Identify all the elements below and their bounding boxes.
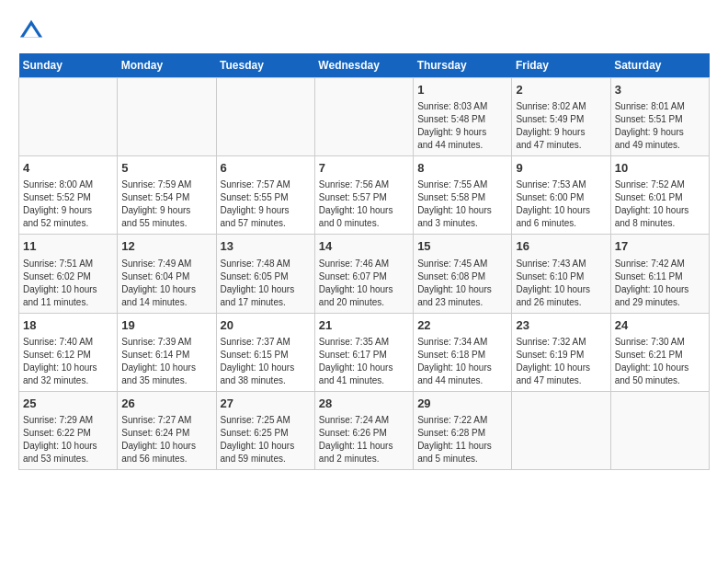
day-info: Sunrise: 8:02 AM Sunset: 5:49 PM Dayligh… xyxy=(516,100,606,152)
day-number: 4 xyxy=(23,160,113,177)
calendar-cell: 17Sunrise: 7:42 AM Sunset: 6:11 PM Dayli… xyxy=(610,235,709,313)
day-number: 3 xyxy=(615,82,705,98)
day-number: 21 xyxy=(319,317,409,334)
day-number: 28 xyxy=(319,396,409,412)
day-header-monday: Monday xyxy=(118,53,216,78)
day-number: 2 xyxy=(516,82,606,98)
day-number: 7 xyxy=(319,160,409,177)
day-number: 15 xyxy=(417,238,507,255)
calendar-cell: 27Sunrise: 7:25 AM Sunset: 6:25 PM Dayli… xyxy=(216,391,314,469)
day-info: Sunrise: 7:30 AM Sunset: 6:21 PM Dayligh… xyxy=(615,336,705,387)
calendar-cell: 21Sunrise: 7:35 AM Sunset: 6:17 PM Dayli… xyxy=(314,313,413,391)
day-info: Sunrise: 7:43 AM Sunset: 6:10 PM Dayligh… xyxy=(516,258,606,309)
day-header-sunday: Sunday xyxy=(19,53,118,78)
day-number: 14 xyxy=(319,238,409,255)
calendar-cell: 6Sunrise: 7:57 AM Sunset: 5:55 PM Daylig… xyxy=(216,156,314,235)
logo xyxy=(18,18,48,44)
day-number: 17 xyxy=(615,238,705,255)
day-info: Sunrise: 8:03 AM Sunset: 5:48 PM Dayligh… xyxy=(417,100,507,152)
calendar-cell: 24Sunrise: 7:30 AM Sunset: 6:21 PM Dayli… xyxy=(610,313,709,391)
day-number: 11 xyxy=(23,238,113,255)
calendar-cell: 18Sunrise: 7:40 AM Sunset: 6:12 PM Dayli… xyxy=(19,313,118,391)
day-info: Sunrise: 7:22 AM Sunset: 6:28 PM Dayligh… xyxy=(417,414,507,465)
day-info: Sunrise: 7:34 AM Sunset: 6:18 PM Dayligh… xyxy=(417,336,507,387)
calendar-cell xyxy=(118,78,216,156)
day-info: Sunrise: 7:25 AM Sunset: 6:25 PM Dayligh… xyxy=(221,414,311,465)
calendar-cell: 16Sunrise: 7:43 AM Sunset: 6:10 PM Dayli… xyxy=(512,235,610,313)
calendar-cell: 26Sunrise: 7:27 AM Sunset: 6:24 PM Dayli… xyxy=(118,391,216,469)
calendar-cell: 14Sunrise: 7:46 AM Sunset: 6:07 PM Dayli… xyxy=(314,235,413,313)
calendar-cell: 15Sunrise: 7:45 AM Sunset: 6:08 PM Dayli… xyxy=(414,235,512,313)
calendar-cell: 10Sunrise: 7:52 AM Sunset: 6:01 PM Dayli… xyxy=(610,156,709,235)
calendar-cell xyxy=(512,391,610,469)
calendar-week-row: 25Sunrise: 7:29 AM Sunset: 6:22 PM Dayli… xyxy=(19,391,710,469)
day-number: 25 xyxy=(23,396,113,412)
day-number: 1 xyxy=(417,82,507,98)
day-info: Sunrise: 7:35 AM Sunset: 6:17 PM Dayligh… xyxy=(319,336,409,387)
day-number: 9 xyxy=(516,160,606,177)
calendar-cell: 8Sunrise: 7:55 AM Sunset: 5:58 PM Daylig… xyxy=(414,156,512,235)
calendar-cell: 4Sunrise: 8:00 AM Sunset: 5:52 PM Daylig… xyxy=(19,156,118,235)
day-number: 24 xyxy=(615,317,705,334)
day-number: 6 xyxy=(221,160,311,177)
calendar-cell: 20Sunrise: 7:37 AM Sunset: 6:15 PM Dayli… xyxy=(216,313,314,391)
day-info: Sunrise: 8:01 AM Sunset: 5:51 PM Dayligh… xyxy=(615,100,705,152)
calendar-cell: 19Sunrise: 7:39 AM Sunset: 6:14 PM Dayli… xyxy=(118,313,216,391)
day-info: Sunrise: 7:37 AM Sunset: 6:15 PM Dayligh… xyxy=(221,336,311,387)
day-info: Sunrise: 7:45 AM Sunset: 6:08 PM Dayligh… xyxy=(417,258,507,309)
day-number: 12 xyxy=(121,238,211,255)
day-info: Sunrise: 7:59 AM Sunset: 5:54 PM Dayligh… xyxy=(121,178,211,230)
calendar-cell: 5Sunrise: 7:59 AM Sunset: 5:54 PM Daylig… xyxy=(118,156,216,235)
calendar-week-row: 4Sunrise: 8:00 AM Sunset: 5:52 PM Daylig… xyxy=(19,156,710,235)
day-info: Sunrise: 7:52 AM Sunset: 6:01 PM Dayligh… xyxy=(615,178,705,230)
calendar-cell: 12Sunrise: 7:49 AM Sunset: 6:04 PM Dayli… xyxy=(118,235,216,313)
calendar-cell: 23Sunrise: 7:32 AM Sunset: 6:19 PM Dayli… xyxy=(512,313,610,391)
calendar-cell xyxy=(314,78,413,156)
day-number: 20 xyxy=(221,317,311,334)
logo-icon xyxy=(18,18,44,44)
day-info: Sunrise: 7:39 AM Sunset: 6:14 PM Dayligh… xyxy=(121,336,211,387)
day-info: Sunrise: 7:24 AM Sunset: 6:26 PM Dayligh… xyxy=(319,414,409,465)
calendar-header-row: SundayMondayTuesdayWednesdayThursdayFrid… xyxy=(19,53,710,78)
day-header-saturday: Saturday xyxy=(610,53,709,78)
day-info: Sunrise: 7:46 AM Sunset: 6:07 PM Dayligh… xyxy=(319,258,409,309)
day-info: Sunrise: 7:57 AM Sunset: 5:55 PM Dayligh… xyxy=(221,178,311,230)
day-header-thursday: Thursday xyxy=(414,53,512,78)
calendar-cell: 29Sunrise: 7:22 AM Sunset: 6:28 PM Dayli… xyxy=(414,391,512,469)
day-info: Sunrise: 7:56 AM Sunset: 5:57 PM Dayligh… xyxy=(319,178,409,230)
day-info: Sunrise: 7:51 AM Sunset: 6:02 PM Dayligh… xyxy=(23,258,113,309)
day-header-friday: Friday xyxy=(512,53,610,78)
day-info: Sunrise: 8:00 AM Sunset: 5:52 PM Dayligh… xyxy=(23,178,113,230)
calendar-cell xyxy=(216,78,314,156)
calendar-cell: 1Sunrise: 8:03 AM Sunset: 5:48 PM Daylig… xyxy=(414,78,512,156)
calendar-cell: 11Sunrise: 7:51 AM Sunset: 6:02 PM Dayli… xyxy=(19,235,118,313)
day-number: 22 xyxy=(417,317,507,334)
calendar-cell xyxy=(19,78,118,156)
calendar-cell: 9Sunrise: 7:53 AM Sunset: 6:00 PM Daylig… xyxy=(512,156,610,235)
day-info: Sunrise: 7:55 AM Sunset: 5:58 PM Dayligh… xyxy=(417,178,507,230)
day-info: Sunrise: 7:42 AM Sunset: 6:11 PM Dayligh… xyxy=(615,258,705,309)
day-number: 8 xyxy=(417,160,507,177)
calendar-cell: 3Sunrise: 8:01 AM Sunset: 5:51 PM Daylig… xyxy=(610,78,709,156)
day-header-wednesday: Wednesday xyxy=(314,53,413,78)
day-number: 16 xyxy=(516,238,606,255)
calendar-cell: 2Sunrise: 8:02 AM Sunset: 5:49 PM Daylig… xyxy=(512,78,610,156)
calendar-cell: 7Sunrise: 7:56 AM Sunset: 5:57 PM Daylig… xyxy=(314,156,413,235)
calendar-cell xyxy=(610,391,709,469)
day-number: 5 xyxy=(121,160,211,177)
calendar-cell: 22Sunrise: 7:34 AM Sunset: 6:18 PM Dayli… xyxy=(414,313,512,391)
day-info: Sunrise: 7:27 AM Sunset: 6:24 PM Dayligh… xyxy=(121,414,211,465)
day-number: 23 xyxy=(516,317,606,334)
day-number: 27 xyxy=(221,396,311,412)
page-header xyxy=(18,18,710,44)
calendar-week-row: 18Sunrise: 7:40 AM Sunset: 6:12 PM Dayli… xyxy=(19,313,710,391)
day-number: 26 xyxy=(121,396,211,412)
day-number: 18 xyxy=(23,317,113,334)
day-number: 29 xyxy=(417,396,507,412)
calendar-cell: 25Sunrise: 7:29 AM Sunset: 6:22 PM Dayli… xyxy=(19,391,118,469)
day-info: Sunrise: 7:53 AM Sunset: 6:00 PM Dayligh… xyxy=(516,178,606,230)
day-info: Sunrise: 7:29 AM Sunset: 6:22 PM Dayligh… xyxy=(23,414,113,465)
day-number: 13 xyxy=(221,238,311,255)
calendar-table: SundayMondayTuesdayWednesdayThursdayFrid… xyxy=(18,53,710,470)
day-info: Sunrise: 7:48 AM Sunset: 6:05 PM Dayligh… xyxy=(221,258,311,309)
